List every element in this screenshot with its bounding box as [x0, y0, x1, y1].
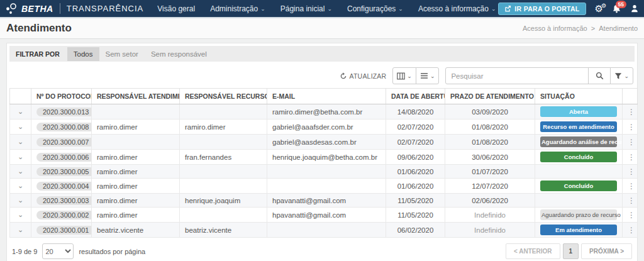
row-expand-chevron-icon[interactable]: ⌄: [18, 182, 23, 189]
row-expand-chevron-icon[interactable]: ⌄: [18, 167, 23, 175]
columns-selector-button[interactable]: ⌄: [392, 67, 416, 84]
protocol-cell: 2020.3000.001: [31, 223, 92, 238]
col-protocolo[interactable]: Nº DO PROTOCOLO: [31, 89, 92, 104]
protocol-pill[interactable]: 2020.3000.004: [36, 182, 92, 191]
filter-tab-todos[interactable]: Todos: [67, 47, 99, 61]
table-row: ⌄2020.3000.005ramiro.dimer01/06/202001/0…: [10, 165, 638, 179]
row-menu-kebab-icon[interactable]: ⋮: [628, 167, 635, 176]
status-badge[interactable]: Concluído: [540, 152, 617, 162]
situacao-cell: Aberta: [535, 104, 623, 119]
protocol-pill[interactable]: 2020.3000.006: [36, 153, 92, 162]
row-expand-cell: ⌄: [10, 150, 31, 165]
status-badge[interactable]: Recurso em atendimento: [540, 121, 617, 132]
nav-item-acesso-informacao[interactable]: Acesso à informação ⌄: [418, 4, 496, 13]
status-badge[interactable]: Aguardando análise de recurso: [540, 136, 617, 147]
protocol-pill[interactable]: 2020.3000.001: [36, 226, 92, 235]
status-badge[interactable]: Concluído: [540, 180, 617, 191]
nav-item-visao-geral[interactable]: Visão geral: [157, 4, 195, 13]
protocol-pill[interactable]: 2020.3000.007: [36, 138, 92, 147]
row-expand-cell: ⌄: [10, 194, 31, 208]
email-cell: hpavanatti@gmail.com: [267, 194, 386, 208]
protocol-pill[interactable]: 2020.3000.013: [36, 108, 92, 116]
nav-item-administracao[interactable]: Administração ⌄: [210, 4, 265, 13]
filter-tab-sem-setor[interactable]: Sem setor: [99, 47, 145, 61]
results-range: 1-9 de 9: [12, 248, 37, 255]
user-account-button[interactable]: [630, 4, 639, 13]
row-expand-chevron-icon[interactable]: ⌄: [18, 211, 23, 218]
notification-count-badge: 55: [616, 1, 626, 8]
chevron-down-icon: ⌄: [624, 74, 629, 78]
refresh-button[interactable]: ATUALIZAR: [340, 72, 387, 80]
protocol-pill[interactable]: 2020.3000.002: [36, 211, 92, 219]
row-expand-chevron-icon[interactable]: ⌄: [18, 123, 23, 130]
page-title: Atendimento: [6, 22, 72, 35]
protocol-pill[interactable]: 2020.3000.008: [36, 123, 92, 131]
go-to-portal-button[interactable]: IR PARA O PORTAL: [498, 3, 586, 15]
protocol-pill[interactable]: 2020.3000.005: [36, 167, 92, 176]
chevron-down-icon: ⌄: [398, 7, 403, 11]
row-menu-kebab-icon[interactable]: ⋮: [628, 153, 635, 162]
settings-cogs-icon[interactable]: ⚙ ⚙: [595, 4, 603, 13]
col-resp-recurso[interactable]: RESPONSÁVEL RECURSO: [180, 89, 267, 104]
row-expand-chevron-icon[interactable]: ⌄: [18, 226, 23, 233]
breadcrumb-current: Atendimento: [599, 25, 638, 32]
col-email[interactable]: E-MAIL: [267, 89, 386, 104]
row-menu-kebab-icon[interactable]: ⋮: [628, 226, 635, 235]
status-badge[interactable]: Aberta: [540, 106, 617, 117]
next-page-button[interactable]: PRÓXIMA >: [581, 243, 632, 259]
row-menu-kebab-icon[interactable]: ⋮: [628, 211, 635, 219]
list-options-button[interactable]: ⌄: [416, 67, 440, 84]
filter-tab-sem-responsavel[interactable]: Sem responsável: [145, 47, 213, 61]
row-expand-chevron-icon[interactable]: ⌄: [18, 153, 23, 160]
search-button[interactable]: [588, 67, 611, 84]
col-resp-atendimento[interactable]: RESPONSÁVEL ATENDIMENTO: [92, 89, 180, 104]
prazo-cell: Indefinido: [445, 223, 535, 238]
col-situacao[interactable]: SITUAÇÃO: [535, 89, 623, 104]
pager-buttons: < ANTERIOR 1 PRÓXIMA >: [506, 243, 632, 259]
row-expand-cell: ⌄: [10, 208, 31, 223]
protocol-pill[interactable]: 2020.3000.003: [36, 196, 92, 205]
status-badge[interactable]: Em atendimento: [540, 225, 617, 235]
previous-page-button[interactable]: < ANTERIOR: [506, 243, 560, 259]
col-prazo[interactable]: PRAZO DE ATENDIMENTO: [445, 89, 535, 104]
main-nav: Visão geral Administração ⌄ Página inici…: [157, 4, 496, 13]
search-input[interactable]: [445, 67, 589, 84]
row-menu-kebab-icon[interactable]: ⋮: [628, 196, 635, 205]
status-badge[interactable]: Aguardando prazo de recurso: [540, 209, 617, 220]
nav-item-pagina-inicial[interactable]: Página inicial ⌄: [280, 4, 332, 13]
per-page-select[interactable]: 20: [42, 243, 74, 259]
table-row: ⌄2020.3000.002ramiro.dimerhpavanatti@gma…: [10, 208, 638, 223]
col-data-abertura[interactable]: DATA DE ABERTURA: [386, 89, 445, 104]
row-menu-kebab-icon[interactable]: ⋮: [628, 138, 635, 147]
prazo-cell: 03/09/2020: [445, 104, 535, 119]
notifications-bell[interactable]: 55: [612, 4, 621, 14]
row-menu-kebab-icon[interactable]: ⋮: [628, 182, 635, 191]
row-expand-cell: ⌄: [10, 223, 31, 238]
prazo-cell: 12/07/2020: [445, 179, 535, 194]
betha-logo[interactable]: BETHA: [5, 3, 53, 15]
atendimento-table: Nº DO PROTOCOLO RESPONSÁVEL ATENDIMENTO …: [9, 88, 638, 238]
current-page-button[interactable]: 1: [563, 243, 579, 259]
search-group: ⌄: [445, 67, 633, 84]
nav-item-configuracoes[interactable]: Configurações ⌄: [347, 4, 403, 13]
logo-separator: [60, 3, 60, 14]
row-actions-cell: ⋮: [623, 208, 638, 223]
protocol-cell: 2020.3000.006: [31, 150, 92, 165]
prazo-cell: 30/06/2020: [445, 150, 535, 165]
row-actions-cell: ⋮: [623, 165, 638, 179]
table-toolbar: ATUALIZAR ⌄ ⌄: [11, 67, 633, 84]
breadcrumb-parent[interactable]: Acesso à informação: [523, 25, 587, 32]
filter-button[interactable]: ⌄: [610, 67, 633, 84]
row-expand-chevron-icon[interactable]: ⌄: [18, 108, 23, 115]
row-expand-chevron-icon[interactable]: ⌄: [18, 138, 23, 145]
chevron-down-icon: ⌄: [260, 7, 265, 11]
prazo-cell: 01/07/2020: [445, 165, 535, 179]
data-abertura-cell: 01/06/2020: [386, 179, 445, 194]
email-cell: henrique.joaquim@betha.com.br: [267, 150, 386, 165]
data-abertura-cell: 11/05/2020: [386, 208, 445, 223]
row-menu-kebab-icon[interactable]: ⋮: [628, 108, 635, 116]
resp-recurso-cell: [180, 208, 267, 223]
row-expand-chevron-icon[interactable]: ⌄: [18, 196, 23, 204]
row-menu-kebab-icon[interactable]: ⋮: [628, 123, 635, 131]
protocol-cell: 2020.3000.008: [31, 119, 92, 135]
